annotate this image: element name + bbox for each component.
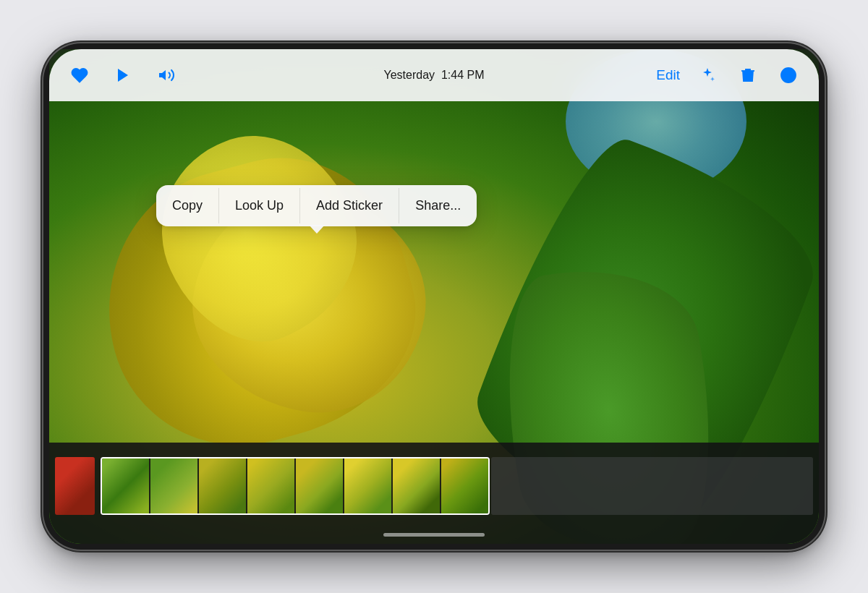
date-label: Yesterday <box>383 69 435 81</box>
add-sticker-label: Add Sticker <box>316 198 383 213</box>
context-menu-add-sticker[interactable]: Add Sticker <box>300 188 399 223</box>
filmstrip-frame-2 <box>150 458 197 515</box>
phone-wrapper: Yesterday 1:44 PM Edit <box>36 29 832 564</box>
filmstrip-frame-5 <box>296 458 343 515</box>
share-label: Share... <box>415 198 461 213</box>
phone-frame: Yesterday 1:44 PM Edit <box>43 43 825 550</box>
favorite-button[interactable] <box>67 62 93 88</box>
toolbar-right: Edit <box>556 62 801 88</box>
edit-button[interactable]: Edit <box>656 67 680 83</box>
more-button[interactable] <box>775 62 801 88</box>
home-indicator[interactable] <box>383 533 485 537</box>
filmstrip-thumb-0[interactable] <box>55 457 95 515</box>
toolbar-left <box>67 62 312 88</box>
toolbar-center: Yesterday 1:44 PM <box>312 69 557 82</box>
filmstrip-frame-4 <box>247 458 294 515</box>
enhance-button[interactable] <box>694 62 720 88</box>
filmstrip-frame-8 <box>441 458 488 515</box>
filmstrip-frame-1 <box>102 458 149 515</box>
svg-point-3 <box>788 74 789 76</box>
lookup-label: Look Up <box>235 198 284 213</box>
delete-button[interactable] <box>735 62 761 88</box>
context-menu-copy[interactable]: Copy <box>156 188 219 223</box>
filmstrip-selected-group[interactable] <box>101 457 490 515</box>
svg-point-2 <box>785 74 786 76</box>
filmstrip <box>49 443 819 544</box>
filmstrip-frame-3 <box>199 458 246 515</box>
copy-label: Copy <box>172 198 203 213</box>
filmstrip-empty <box>491 457 813 515</box>
context-menu-share[interactable]: Share... <box>399 188 477 223</box>
svg-marker-0 <box>118 69 128 82</box>
filmstrip-frame-6 <box>344 458 391 515</box>
photo-date: Yesterday 1:44 PM <box>383 69 484 81</box>
context-menu-lookup[interactable]: Look Up <box>219 188 300 223</box>
play-button[interactable] <box>110 62 136 88</box>
svg-point-4 <box>791 74 792 76</box>
photo-toolbar: Yesterday 1:44 PM Edit <box>49 49 819 101</box>
filmstrip-frame-7 <box>393 458 440 515</box>
phone-screen: Yesterday 1:44 PM Edit <box>49 49 819 544</box>
time-label: 1:44 PM <box>441 69 485 81</box>
context-menu: Copy Look Up Add Sticker Share... <box>156 185 477 226</box>
volume-button[interactable] <box>153 62 179 88</box>
